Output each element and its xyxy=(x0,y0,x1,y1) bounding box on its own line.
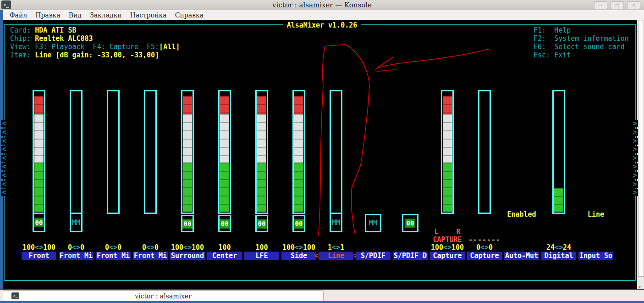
muted-indicator: MM xyxy=(332,219,340,227)
volume-bar[interactable] xyxy=(478,90,491,214)
green-level-segment xyxy=(220,163,229,212)
channel-label[interactable]: Front Mi xyxy=(96,252,131,260)
mute-switch[interactable]: MM xyxy=(70,213,83,231)
mute-switch[interactable]: MM xyxy=(365,214,381,232)
unmuted-indicator: 00 xyxy=(257,219,267,229)
volume-bar[interactable] xyxy=(181,90,194,214)
channel-3-front-mi: 0<>0Front Mi xyxy=(95,0,132,281)
unmuted-indicator: 00 xyxy=(294,219,304,229)
channel-1-front: 00100<>100Front xyxy=(21,0,57,281)
volume-bar[interactable] xyxy=(218,90,231,214)
channel-14-auto-mut: EnabledAuto-Mut xyxy=(503,0,540,281)
terminal-tab[interactable]: >_ victor : alsamixer xyxy=(3,290,324,302)
channel-values: 100 xyxy=(206,243,243,252)
green-level-segment xyxy=(294,163,303,212)
volume-bar[interactable] xyxy=(107,90,120,214)
channel-values: 100<>100 xyxy=(169,243,206,252)
value-separator: <> xyxy=(72,243,80,252)
volume-bar[interactable] xyxy=(292,90,305,214)
capture-lr-label: LR xyxy=(435,228,461,236)
tab-bar: >_ victor : alsamixer xyxy=(0,289,644,301)
channel-4-front-mi: 0<>0Front Mi xyxy=(132,0,169,281)
channel-12-capture: LRCAPTURE100<>100Capture xyxy=(429,0,466,281)
mute-switch[interactable]: 00 xyxy=(255,215,268,232)
scroll-left-icon: < xyxy=(1,172,7,179)
channel-15-digital: 24<>24Digital xyxy=(540,0,577,281)
channel-label[interactable]: Front Mi xyxy=(59,252,94,260)
mute-switch[interactable]: 00 xyxy=(33,213,45,231)
volume-bar[interactable]: MM xyxy=(330,90,342,232)
scroll-left-icon: < xyxy=(1,120,7,127)
channel-label[interactable]: Digital xyxy=(541,252,576,260)
mute-switch[interactable]: 00 xyxy=(402,214,418,232)
close-button[interactable]: ✕ xyxy=(627,1,640,9)
value-right: 0 xyxy=(117,243,121,252)
unmuted-indicator: 00 xyxy=(405,219,415,228)
channel-label[interactable]: Surround xyxy=(170,252,205,260)
channel-values: 100<>100 xyxy=(429,243,466,252)
mute-switch[interactable]: 00 xyxy=(218,215,231,232)
channel-values: 100<>100 xyxy=(21,243,57,252)
red-level-segment xyxy=(34,96,44,114)
value-right: 100 xyxy=(303,243,315,252)
channel-2-front-mi: MM0<>0Front Mi xyxy=(58,0,94,281)
channel-11-s-pdif-d: 00S/PDIF D xyxy=(392,0,429,281)
channel-values: 1<>1 xyxy=(318,243,354,252)
channel-label[interactable]: Capture xyxy=(430,252,465,260)
value-separator: <> xyxy=(555,243,563,252)
scroll-right-icon: > xyxy=(632,155,638,162)
scroll-left-icon: < xyxy=(1,155,7,162)
scroll-left-icon: < xyxy=(1,189,7,196)
capture-left-label: L xyxy=(435,228,439,236)
scrollbar-thumb[interactable] xyxy=(638,21,644,277)
channel-label[interactable]: Front xyxy=(22,252,56,260)
green-level-segment xyxy=(34,163,44,212)
channel-values: 100 xyxy=(243,243,280,252)
volume-bar[interactable] xyxy=(441,90,454,214)
value-right: 1 xyxy=(340,243,344,252)
capture-right-label: R xyxy=(456,228,460,236)
green-level-segment xyxy=(443,163,452,212)
unmuted-indicator: 00 xyxy=(34,218,44,227)
volume-bar[interactable] xyxy=(255,90,268,214)
volume-fill xyxy=(480,92,489,212)
channel-label[interactable]: Line xyxy=(319,252,353,260)
value-left: 100 xyxy=(431,243,443,252)
value-right: 0 xyxy=(489,243,493,252)
white-level-segment xyxy=(34,114,44,163)
channel-label[interactable]: LFE xyxy=(244,252,279,260)
channel-values: 0<>0 xyxy=(95,243,132,252)
value-right: 100 xyxy=(43,243,55,252)
scroll-right-icon: > xyxy=(632,129,638,136)
capture-flag: ------- xyxy=(466,236,503,244)
scroll-left-icon: < xyxy=(1,181,7,188)
value-separator: <> xyxy=(146,243,154,252)
volume-bar[interactable]: 00 xyxy=(33,90,45,232)
channel-values: 24<>24 xyxy=(540,243,577,252)
mute-switch[interactable]: 00 xyxy=(292,215,305,232)
muted-indicator: MM xyxy=(72,219,80,227)
channel-label[interactable]: S/PDIF xyxy=(356,252,391,260)
channel-label[interactable]: S/PDIF D xyxy=(393,252,428,260)
channel-13-capture: -------0<>0Capture xyxy=(466,0,503,281)
channel-label[interactable]: Input So xyxy=(578,252,613,260)
volume-fill xyxy=(183,92,192,212)
mute-switch[interactable]: MM xyxy=(330,213,342,231)
channel-values: 0<>0 xyxy=(466,243,503,252)
scrollbar-down-arrow-icon[interactable]: ▼ xyxy=(638,285,641,289)
channel-label[interactable]: Side xyxy=(281,252,316,260)
red-level-segment xyxy=(443,96,452,114)
volume-bar[interactable] xyxy=(552,90,565,214)
channel-note: Line xyxy=(578,210,614,219)
value-left: 0 xyxy=(142,243,146,252)
value-right: 100 xyxy=(192,243,204,252)
value-right: 0 xyxy=(154,243,159,252)
channel-label[interactable]: Center xyxy=(207,252,242,260)
mute-switch[interactable]: 00 xyxy=(181,215,194,232)
channel-label[interactable]: Front Mi xyxy=(133,252,168,260)
volume-fill xyxy=(146,92,155,212)
channel-label[interactable]: Auto-Mut xyxy=(504,252,539,260)
volume-bar[interactable]: MM xyxy=(70,90,83,232)
volume-bar[interactable] xyxy=(144,90,157,214)
channel-label[interactable]: Capture xyxy=(467,252,502,260)
